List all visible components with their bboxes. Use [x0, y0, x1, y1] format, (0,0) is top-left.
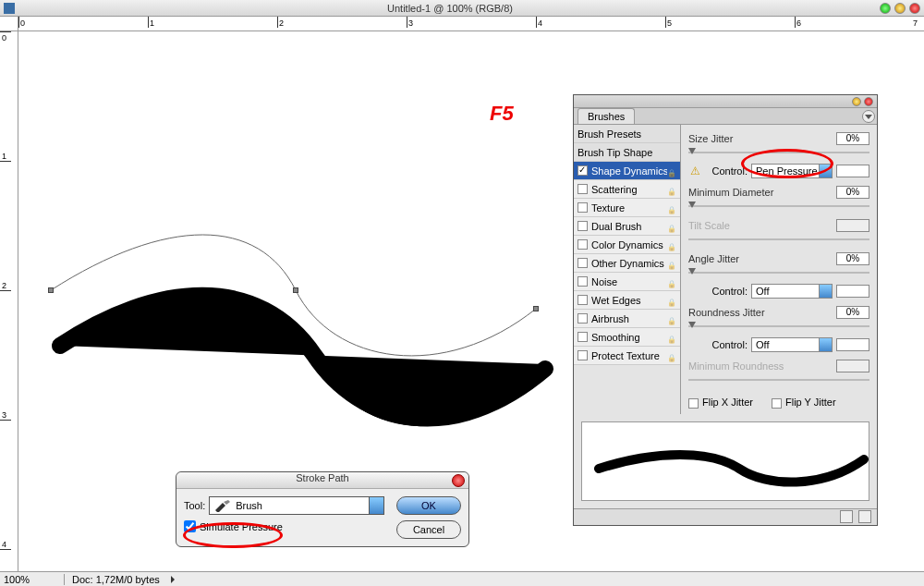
lock-icon[interactable]: [667, 333, 676, 342]
checkbox-icon[interactable]: [578, 165, 588, 176]
min-diameter-value[interactable]: 0%: [836, 186, 869, 199]
ok-button[interactable]: OK: [396, 496, 461, 515]
brush-preview: [581, 421, 869, 501]
select-arrows-icon: [369, 497, 383, 514]
cancel-button[interactable]: Cancel: [396, 520, 461, 539]
select-arrows-icon: [819, 338, 832, 351]
zoom-level[interactable]: 100%: [0, 574, 65, 585]
panel-footer: [574, 508, 877, 525]
size-control-select[interactable]: Pen Pressure: [751, 164, 833, 178]
flip-x-checkbox[interactable]: [688, 398, 699, 409]
option-shape-dynamics[interactable]: Shape Dynamics: [574, 162, 680, 180]
ruler-mark: 2: [2, 281, 6, 290]
ruler-origin[interactable]: [0, 17, 18, 31]
tab-brushes[interactable]: Brushes: [578, 108, 635, 124]
ruler-mark: 4: [538, 18, 542, 28]
lock-icon[interactable]: [667, 166, 676, 176]
lock-icon[interactable]: [667, 277, 676, 287]
roundness-jitter-slider[interactable]: [688, 323, 869, 330]
checkbox-icon[interactable]: [578, 276, 588, 287]
checkbox-icon[interactable]: [578, 239, 588, 250]
panel-menu-button[interactable]: [862, 110, 875, 123]
checkbox-icon[interactable]: [578, 184, 588, 194]
brush-tip-shape-item[interactable]: Brush Tip Shape: [574, 143, 680, 162]
min-roundness-slider: [688, 376, 869, 384]
tilt-scale-value: [836, 219, 869, 232]
angle-jitter-value[interactable]: 0%: [836, 252, 869, 265]
ruler-mark: 0: [20, 18, 25, 28]
checkbox-icon[interactable]: [578, 258, 588, 268]
option-dual-brush[interactable]: Dual Brush: [574, 217, 680, 236]
option-other-dynamics[interactable]: Other Dynamics: [574, 254, 680, 273]
checkbox-icon[interactable]: [578, 295, 588, 305]
simulate-pressure-checkbox[interactable]: [184, 520, 196, 532]
option-airbrush[interactable]: Airbrush: [574, 310, 680, 328]
roundness-jitter-label: Roundness Jitter: [688, 307, 836, 318]
checkbox-icon[interactable]: [578, 202, 588, 213]
option-smoothing[interactable]: Smoothing: [574, 328, 680, 347]
flip-y-checkbox[interactable]: [772, 398, 782, 409]
trash-icon[interactable]: [858, 510, 871, 523]
lock-icon[interactable]: [667, 259, 676, 268]
panel-minimize-button[interactable]: [852, 97, 861, 106]
lock-icon[interactable]: [667, 351, 676, 360]
close-button[interactable]: [909, 3, 920, 14]
ruler-mark: 2: [279, 18, 284, 28]
size-control-box[interactable]: [836, 165, 869, 177]
chevron-right-icon[interactable]: [171, 576, 175, 583]
min-diameter-slider[interactable]: [688, 202, 869, 210]
checkbox-icon[interactable]: [578, 350, 588, 360]
min-diameter-label: Minimum Diameter: [688, 187, 836, 198]
option-color-dynamics[interactable]: Color Dynamics: [574, 236, 680, 254]
lock-icon[interactable]: [667, 222, 676, 231]
brush-options-list: Brush Presets Brush Tip Shape Shape Dyna…: [574, 125, 681, 414]
size-jitter-slider[interactable]: [688, 149, 869, 156]
ruler-horizontal[interactable]: 0 1 2 3 4 5 6 7: [18, 17, 924, 31]
checkbox-icon[interactable]: [578, 332, 588, 342]
checkbox-icon[interactable]: [578, 221, 588, 231]
checkbox-icon[interactable]: [578, 313, 588, 324]
min-roundness-label: Minimum Roundness: [688, 360, 836, 372]
maximize-button[interactable]: [894, 3, 906, 14]
size-jitter-value[interactable]: 0%: [836, 132, 869, 145]
angle-control-select[interactable]: Off: [751, 284, 833, 299]
angle-jitter-slider[interactable]: [688, 269, 869, 276]
ruler-mark: 5: [667, 18, 672, 28]
option-wet-edges[interactable]: Wet Edges: [574, 291, 680, 310]
option-noise[interactable]: Noise: [574, 273, 680, 291]
lock-icon[interactable]: [667, 314, 676, 324]
new-preset-icon[interactable]: [840, 510, 853, 523]
angle-control-box[interactable]: [836, 285, 869, 298]
panel-window-controls: [574, 95, 877, 108]
ruler-mark: 7: [913, 18, 918, 28]
lock-icon[interactable]: [667, 203, 676, 213]
panel-close-button[interactable]: [864, 97, 873, 106]
document-info[interactable]: Doc: 1,72M/0 bytes: [65, 574, 167, 585]
minimize-button[interactable]: [880, 3, 891, 14]
window-title-bar: Untitled-1 @ 100% (RGB/8): [0, 0, 924, 17]
roundness-control-select[interactable]: Off: [751, 337, 833, 352]
tool-select[interactable]: Brush: [209, 496, 384, 515]
tool-label: Tool:: [184, 500, 205, 511]
tilt-scale-label: Tilt Scale: [688, 220, 836, 231]
lock-icon[interactable]: [667, 185, 676, 194]
lock-icon[interactable]: [667, 240, 676, 250]
roundness-control-box[interactable]: [836, 338, 869, 351]
control-label: Control:: [701, 165, 748, 177]
tool-value: Brush: [236, 500, 262, 511]
dialog-close-button[interactable]: [452, 474, 465, 487]
warning-icon: ⚠: [688, 165, 701, 177]
brushes-panel: Brushes Brush Presets Brush Tip Shape Sh…: [573, 94, 878, 526]
path-anchor[interactable]: [293, 287, 298, 293]
option-texture[interactable]: Texture: [574, 199, 680, 217]
path-anchor[interactable]: [533, 306, 539, 311]
option-protect-texture[interactable]: Protect Texture: [574, 347, 680, 365]
lock-icon[interactable]: [667, 296, 676, 305]
brush-presets-item[interactable]: Brush Presets: [574, 125, 680, 143]
path-anchor[interactable]: [48, 287, 54, 293]
window-title: Untitled-1 @ 100% (RGB/8): [20, 3, 880, 14]
panel-tabs: Brushes: [574, 108, 877, 125]
roundness-jitter-value[interactable]: 0%: [836, 306, 869, 319]
ruler-vertical[interactable]: 0 1 2 3 4: [0, 31, 18, 571]
option-scattering[interactable]: Scattering: [574, 180, 680, 199]
